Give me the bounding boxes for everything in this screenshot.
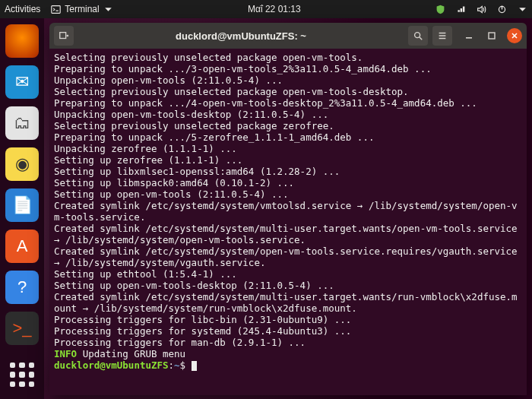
show-applications-button[interactable] [5, 358, 39, 391]
dock-item-terminal[interactable]: >_ [5, 312, 39, 345]
new-tab-icon [59, 30, 69, 41]
terminal-output: Selecting previously unselected package … [54, 52, 522, 348]
svg-point-4 [415, 33, 420, 38]
terminal-body[interactable]: Selecting previously unselected package … [49, 49, 527, 395]
window-minimize-button[interactable] [461, 28, 477, 43]
info-prefix: INFO [54, 348, 77, 359]
current-app-label: Terminal [65, 4, 99, 14]
dock: ✉ 🗂 ◉ 📄 A ? >_ [0, 18, 44, 399]
svg-rect-6 [489, 33, 495, 39]
search-icon [413, 30, 423, 41]
cursor [192, 361, 197, 371]
new-tab-button[interactable] [54, 26, 74, 46]
activities-button[interactable]: Activities [5, 4, 40, 14]
power-icon[interactable] [497, 5, 507, 14]
dock-item-software[interactable]: A [5, 230, 39, 263]
dock-item-files[interactable]: 🗂 [5, 106, 39, 140]
search-button[interactable] [408, 26, 428, 46]
dock-item-help[interactable]: ? [5, 271, 39, 304]
chevron-down-icon [103, 5, 113, 14]
svg-rect-5 [466, 37, 472, 39]
network-icon[interactable] [456, 5, 466, 14]
window-close-button[interactable] [507, 28, 522, 43]
svg-rect-2 [502, 5, 502, 9]
window-titlebar[interactable]: ducklord@vmUbuntuZFS: ~ [49, 23, 527, 49]
hamburger-icon [437, 30, 448, 41]
current-app-indicator[interactable]: Terminal [51, 4, 112, 14]
volume-icon[interactable] [477, 5, 486, 14]
shell-prompt: ducklord@vmUbuntuZFS:~$ [54, 359, 185, 371]
svg-rect-0 [52, 5, 60, 13]
dock-item-writer[interactable]: 📄 [5, 188, 39, 222]
system-menu-chevron-icon[interactable] [518, 5, 527, 14]
dock-item-firefox[interactable] [5, 24, 39, 58]
security-indicator-icon[interactable] [435, 5, 445, 14]
terminal-app-icon [51, 5, 61, 14]
terminal-window: ducklord@vmUbuntuZFS: ~ Selecting previo… [49, 23, 527, 395]
info-text: Updating GRUB menu [77, 348, 185, 359]
window-title: ducklord@vmUbuntuZFS: ~ [78, 30, 404, 42]
clock[interactable]: Μαΐ 22 01:13 [248, 4, 301, 14]
svg-rect-3 [60, 33, 66, 39]
window-maximize-button[interactable] [484, 28, 499, 43]
menu-button[interactable] [432, 26, 452, 46]
gnome-topbar: Activities Terminal Μαΐ 22 01:13 [0, 0, 532, 18]
dock-item-thunderbird[interactable]: ✉ [5, 65, 39, 99]
dock-item-rhythmbox[interactable]: ◉ [5, 147, 39, 181]
